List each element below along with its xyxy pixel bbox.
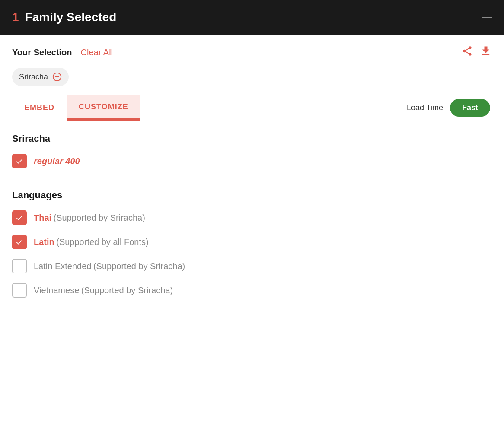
share-icon[interactable] <box>462 45 473 60</box>
load-time-badge: Fast <box>450 99 490 117</box>
selection-bar: Your Selection Clear All <box>0 35 504 68</box>
lang-name-latin: Latin <box>34 237 54 247</box>
lang-name-latin-extended: Latin Extended <box>34 261 91 271</box>
chip-label: Sriracha <box>19 73 48 82</box>
lang-name-thai: Thai <box>34 213 51 222</box>
header: 1 Family Selected — <box>0 0 504 35</box>
load-time-area: Load Time Fast <box>407 99 492 117</box>
lang-support-latin-extended: (Supported by Sriracha) <box>93 261 185 271</box>
lang-checkbox-latin-extended[interactable] <box>12 259 27 273</box>
selection-label: Your Selection <box>12 48 72 57</box>
chip-area: Sriracha <box>0 68 504 95</box>
language-row-vietnamese: Vietnamese (Supported by Sriracha) <box>12 283 492 298</box>
minimize-button[interactable]: — <box>482 12 492 23</box>
lang-name-vietnamese: Vietnamese <box>34 286 79 295</box>
section-divider <box>12 179 492 179</box>
tabs: EMBED CUSTOMIZE Load Time Fast <box>0 95 504 121</box>
page-title: Family Selected <box>25 10 117 24</box>
lang-checkbox-thai[interactable] <box>12 210 27 225</box>
load-time-label: Load Time <box>407 103 443 112</box>
download-icon[interactable] <box>480 45 492 60</box>
selection-actions <box>462 45 492 60</box>
family-count: 1 <box>12 10 19 24</box>
language-row-latin: Latin (Supported by all Fonts) <box>12 235 492 249</box>
lang-checkbox-vietnamese[interactable] <box>12 283 27 298</box>
clear-all-button[interactable]: Clear All <box>81 48 113 57</box>
tab-customize[interactable]: CUSTOMIZE <box>67 95 140 121</box>
lang-support-thai: (Supported by Sriracha) <box>54 213 145 222</box>
lang-support-latin: (Supported by all Fonts) <box>56 237 148 247</box>
languages-title: Languages <box>12 190 492 201</box>
lang-support-vietnamese: (Supported by Sriracha) <box>81 286 173 295</box>
chip-remove-button[interactable] <box>52 72 62 82</box>
style-row: regular 400 <box>12 154 492 168</box>
header-left: 1 Family Selected <box>12 10 116 24</box>
font-family-title: Sriracha <box>12 133 492 144</box>
main-content: Sriracha regular 400 Languages Thai (Sup… <box>0 121 504 298</box>
style-checkbox-regular400[interactable] <box>12 154 27 168</box>
style-label-regular400: regular 400 <box>34 156 80 166</box>
lang-checkbox-latin[interactable] <box>12 235 27 249</box>
language-row-latin-extended: Latin Extended (Supported by Sriracha) <box>12 259 492 273</box>
language-row-thai: Thai (Supported by Sriracha) <box>12 210 492 225</box>
selected-font-chip: Sriracha <box>12 68 69 86</box>
tab-embed[interactable]: EMBED <box>12 95 67 120</box>
